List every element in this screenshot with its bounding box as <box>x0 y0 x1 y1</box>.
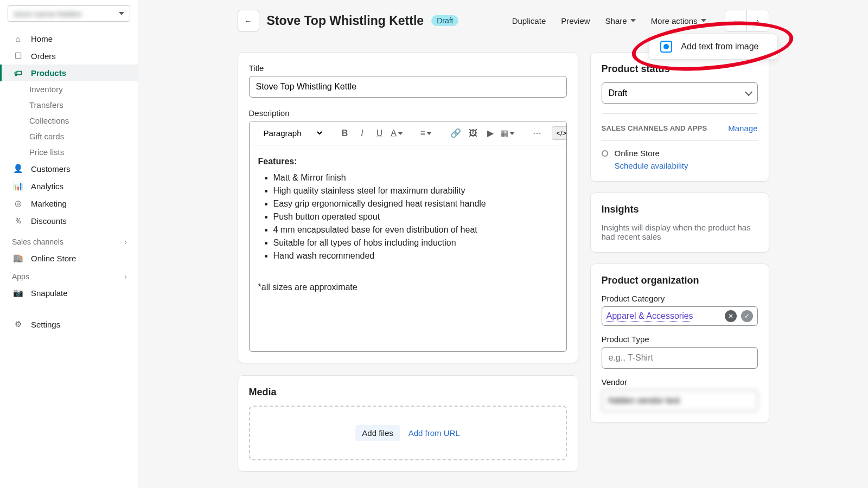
editor-style-select[interactable]: Paragraph <box>258 125 324 142</box>
share-button[interactable]: Share <box>605 16 636 25</box>
nav-customers[interactable]: 👤 Customers <box>0 160 138 177</box>
feature-item: High quality stainless steel for maximum… <box>273 184 558 197</box>
editor-body[interactable]: Features: Matt & Mirror finish High qual… <box>250 145 566 351</box>
feature-item: Easy grip ergonomically designed heat re… <box>273 197 558 210</box>
link-button[interactable]: 🔗 <box>448 125 464 142</box>
category-label: Product Category <box>602 294 758 303</box>
video-button[interactable]: ▶ <box>482 125 499 142</box>
prev-product-button[interactable]: ‹ <box>725 10 747 31</box>
play-icon: ▶ <box>487 128 494 138</box>
chevron-down-icon <box>398 132 403 135</box>
underline-button[interactable]: U <box>372 125 388 142</box>
manage-channels-link[interactable]: Manage <box>728 124 757 133</box>
channels-heading: SALES CHANNELS AND APPS <box>602 124 707 132</box>
chevron-right-icon: › <box>124 237 127 246</box>
chevron-down-icon <box>119 12 124 15</box>
feature-item: Matt & Mirror finish <box>273 171 558 184</box>
add-text-from-image-button[interactable]: Add text from image <box>649 34 777 60</box>
confirm-category-button[interactable]: ✓ <box>741 310 753 322</box>
nav-products[interactable]: 🏷 Products <box>0 65 138 81</box>
home-icon: ⌂ <box>12 34 23 43</box>
nav-orders-label: Orders <box>31 52 127 61</box>
features-footnote: *all sizes are approximate <box>258 281 558 294</box>
nav-home[interactable]: ⌂ Home <box>0 30 138 47</box>
features-list: Matt & Mirror finish High quality stainl… <box>273 171 558 262</box>
nav-collections[interactable]: Collections <box>0 113 138 129</box>
features-heading: Features: <box>258 157 297 166</box>
tag-icon: 🏷 <box>12 68 23 78</box>
feature-item: Hand wash recommended <box>273 249 558 262</box>
dots-icon: ⋯ <box>533 128 541 138</box>
image-button[interactable]: 🖼 <box>465 125 481 142</box>
product-status-select[interactable]: Draft <box>602 82 758 104</box>
chevron-right-icon: › <box>756 17 758 25</box>
nav-inventory[interactable]: Inventory <box>0 81 138 97</box>
nav-orders[interactable]: ☐ Orders <box>0 47 138 65</box>
more-formats-button[interactable]: ⋯ <box>529 125 545 142</box>
product-status-card: Product status Draft SALES CHANNELS AND … <box>590 52 769 182</box>
nav-online-store[interactable]: 🏬 Online Store <box>0 249 138 267</box>
store-icon: 🏬 <box>12 253 23 263</box>
sidebar: store-name-hidden ⌂ Home ☐ Orders 🏷 Prod… <box>0 0 138 488</box>
add-text-from-image-wrapper: Add text from image <box>649 34 777 60</box>
category-field[interactable]: Apparel & Accessories ✕ ✓ <box>602 306 758 326</box>
feature-item: 4 mm encapsulated base for even distribu… <box>273 223 558 236</box>
back-button[interactable]: ← <box>238 10 259 31</box>
nav-transfers[interactable]: Transfers <box>0 97 138 113</box>
camera-icon <box>660 41 672 53</box>
clear-category-button[interactable]: ✕ <box>725 310 737 322</box>
text-color-button[interactable]: A <box>389 125 405 142</box>
media-dropzone[interactable]: Add files Add from URL <box>249 406 567 460</box>
store-selector[interactable]: store-name-hidden <box>8 5 130 22</box>
duplicate-button[interactable]: Duplicate <box>512 16 546 25</box>
chart-icon: 📊 <box>12 181 23 191</box>
more-actions-button[interactable]: More actions <box>651 16 706 25</box>
page-title: Stove Top Whistling Kettle <box>267 14 424 28</box>
chevron-down-icon <box>509 132 515 135</box>
next-product-button[interactable]: › <box>747 10 769 31</box>
chevron-down-icon <box>426 132 432 135</box>
channel-name: Online Store <box>615 149 660 158</box>
add-from-url-link[interactable]: Add from URL <box>409 428 460 438</box>
nav-app-snapulate[interactable]: 📷 Snapulate <box>0 284 138 301</box>
media-title: Media <box>249 387 567 398</box>
code-icon: </> <box>557 129 567 137</box>
main: ← Stove Top Whistling Kettle Draft Dupli… <box>138 0 868 488</box>
chevron-down-icon <box>630 19 636 22</box>
text-color-icon: A <box>391 129 397 138</box>
preview-button[interactable]: Preview <box>561 16 590 25</box>
product-status-title: Product status <box>602 63 758 75</box>
title-input[interactable] <box>249 76 567 98</box>
add-files-button[interactable]: Add files <box>355 425 400 441</box>
nav-analytics[interactable]: 📊 Analytics <box>0 177 138 195</box>
chevron-right-icon: › <box>124 272 127 281</box>
nav-home-label: Home <box>31 34 127 43</box>
nav-discounts[interactable]: ％ Discounts <box>0 212 138 230</box>
nav-settings[interactable]: ⚙ Settings <box>0 316 138 333</box>
x-icon: ✕ <box>728 312 733 320</box>
category-chip[interactable]: Apparel & Accessories <box>607 311 693 322</box>
schedule-availability-link[interactable]: Schedule availability <box>615 161 758 170</box>
table-button[interactable]: ▦ <box>500 125 516 142</box>
product-type-input[interactable] <box>602 347 758 369</box>
underline-icon: U <box>376 129 383 138</box>
code-view-button[interactable]: </> <box>552 126 567 140</box>
italic-button[interactable]: I <box>354 125 371 142</box>
media-card: Media Add files Add from URL <box>238 375 578 472</box>
insights-title: Insights <box>602 204 758 215</box>
vendor-input[interactable] <box>602 390 758 412</box>
sales-channels-heading[interactable]: Sales channels › <box>0 232 138 249</box>
nav-gift-cards[interactable]: Gift cards <box>0 129 138 144</box>
nav-marketing[interactable]: ◎ Marketing <box>0 195 138 212</box>
description-label: Description <box>249 108 567 118</box>
table-icon: ▦ <box>500 128 508 138</box>
bold-button[interactable]: B <box>337 125 353 142</box>
nav-price-lists[interactable]: Price lists <box>0 144 138 160</box>
add-text-from-image-label: Add text from image <box>681 42 758 52</box>
title-label: Title <box>249 63 567 73</box>
feature-item: Push button operated spout <box>273 210 558 223</box>
insights-card: Insights Insights will display when the … <box>590 192 769 253</box>
orders-icon: ☐ <box>12 51 23 61</box>
apps-heading[interactable]: Apps › <box>0 267 138 284</box>
align-button[interactable]: ≡ <box>418 125 435 142</box>
